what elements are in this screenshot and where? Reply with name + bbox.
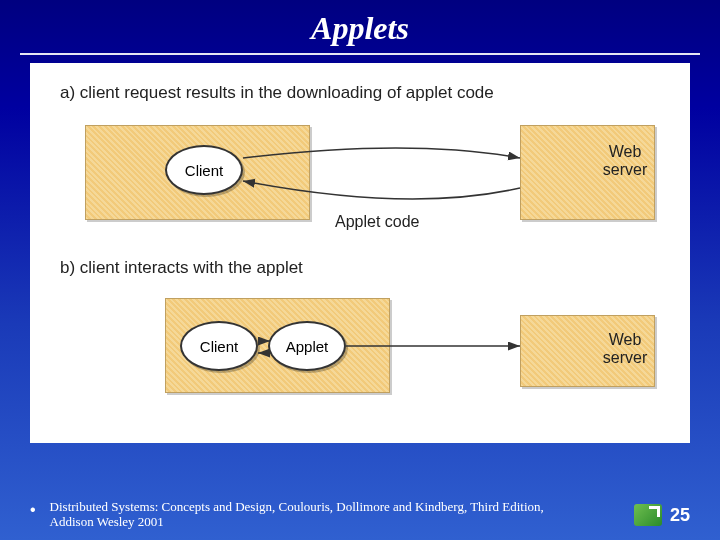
page-number: 25 [670,505,690,526]
slide-title: Applets [0,0,720,53]
figure-panel: a) client request results in the downloa… [30,63,690,443]
client-node-b-label: Client [200,338,238,355]
web-a-line1: Web [609,143,642,160]
client-node-b: Client [180,321,258,371]
web-a-line2: server [603,161,647,178]
applet-code-label: Applet code [335,213,420,231]
title-underline [20,53,700,55]
footer: • Distributed Systems: Concepts and Desi… [30,500,690,530]
applet-node-b-label: Applet [286,338,329,355]
client-node-a: Client [165,145,243,195]
bullet-icon: • [30,501,36,519]
web-server-label-a: Web server [585,143,665,179]
web-b-line2: server [603,349,647,366]
caption-a: a) client request results in the downloa… [60,83,494,103]
applet-node-b: Applet [268,321,346,371]
client-node-a-label: Client [185,162,223,179]
logo-icon [634,504,662,526]
web-server-label-b: Web server [585,331,665,367]
web-b-line1: Web [609,331,642,348]
citation-text: Distributed Systems: Concepts and Design… [50,500,580,530]
caption-b: b) client interacts with the applet [60,258,303,278]
